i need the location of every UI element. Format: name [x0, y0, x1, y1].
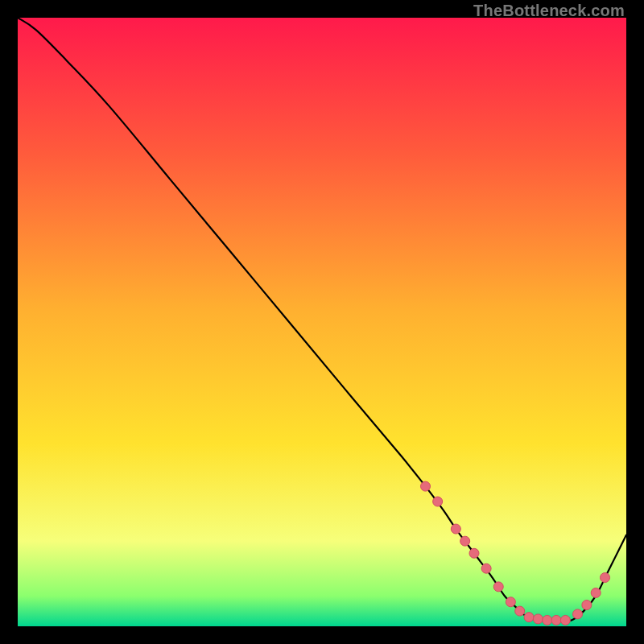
curve-marker	[469, 548, 479, 558]
plot-area	[18, 18, 626, 626]
curve-marker	[493, 582, 503, 592]
watermark-text: TheBottleneck.com	[473, 2, 625, 20]
chart-stage: TheBottleneck.com	[0, 0, 644, 644]
curve-marker	[533, 614, 543, 624]
curve-marker	[421, 481, 431, 491]
curve-marker	[560, 615, 570, 625]
curve-marker	[573, 609, 583, 619]
curve-marker	[433, 497, 443, 506]
bottleneck-curve	[18, 18, 626, 621]
curve-marker	[601, 573, 610, 583]
curve-markers	[421, 481, 610, 625]
curve-marker	[582, 601, 592, 610]
curve-marker	[481, 564, 491, 573]
curve-marker	[524, 613, 534, 622]
curve-layer	[18, 18, 626, 626]
curve-marker	[460, 536, 470, 546]
curve-marker	[451, 524, 460, 534]
curve-marker	[543, 615, 552, 625]
curve-marker	[551, 615, 561, 625]
curve-marker	[515, 606, 525, 616]
curve-marker	[591, 588, 601, 597]
curve-marker	[506, 597, 515, 607]
